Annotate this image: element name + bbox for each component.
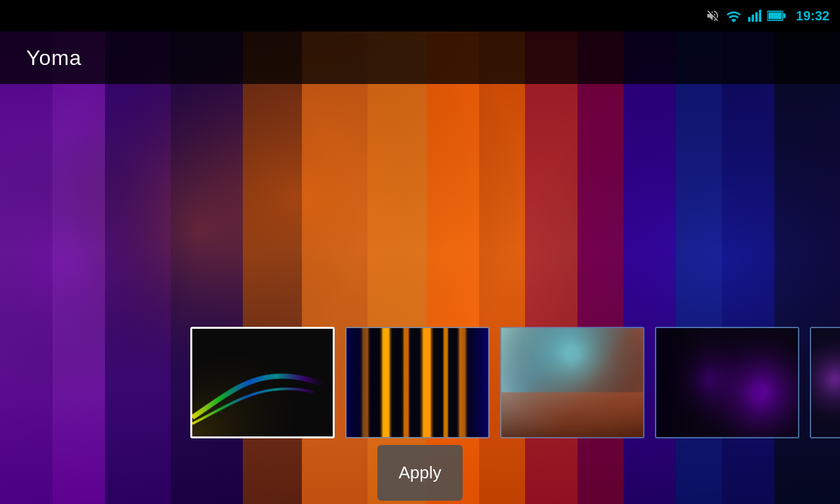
title-bar: Yoma: [0, 32, 840, 84]
battery-icon: [767, 9, 786, 23]
thumbnail-4-preview: [656, 328, 798, 437]
status-time: 19:32: [796, 9, 830, 24]
svg-rect-6: [783, 14, 786, 18]
status-icons: 19:32: [705, 9, 830, 24]
thumbnail-5-preview: [811, 328, 840, 437]
svg-rect-2: [755, 12, 758, 22]
svg-rect-0: [748, 17, 751, 22]
status-bar: 19:32: [0, 0, 840, 32]
thumbnail-1[interactable]: [190, 327, 335, 438]
thumbnail-1-preview: [192, 329, 333, 436]
mute-icon: [705, 9, 720, 23]
thumbnail-5-partial[interactable]: [810, 327, 840, 438]
signal-icon: [747, 9, 762, 23]
app-title: Yoma: [26, 46, 82, 70]
thumbnail-3-preview: [501, 328, 643, 437]
wifi-icon: [725, 9, 742, 23]
svg-rect-3: [759, 10, 761, 22]
thumbnail-3[interactable]: [500, 327, 644, 438]
thumbnail-2[interactable]: [345, 327, 490, 438]
svg-rect-5: [768, 12, 782, 20]
thumbnail-4[interactable]: [655, 327, 799, 438]
thumbnail-2-preview: [346, 328, 488, 437]
apply-button[interactable]: Apply: [377, 445, 463, 501]
svg-rect-1: [751, 14, 754, 22]
thumbnails-row: [0, 327, 840, 438]
